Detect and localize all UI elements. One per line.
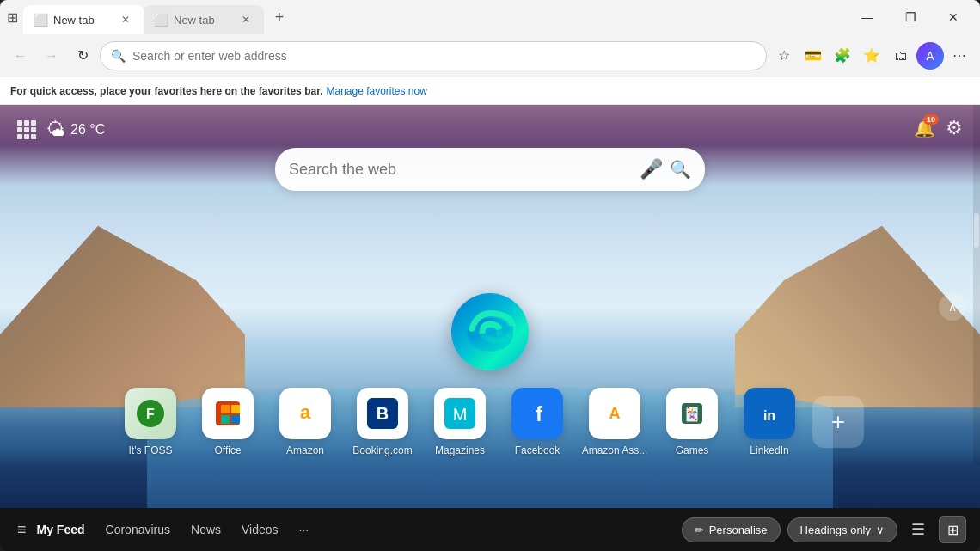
quicklink-amazon-icon: a (279, 388, 331, 439)
add-quicklink-button[interactable]: + (812, 396, 864, 448)
edge-logo-circle (451, 293, 529, 370)
hamburger-menu-button[interactable]: ≡ (14, 517, 30, 542)
close-button[interactable]: ✕ (934, 4, 973, 30)
quicklink-itsfoss-icon: F (125, 388, 176, 439)
tab-inactive[interactable]: ⬜ New tab ✕ (144, 5, 264, 34)
quicklink-magazines-icon: M (434, 388, 486, 439)
window-controls: — ❐ ✕ (848, 4, 973, 30)
search-input[interactable] (289, 161, 633, 179)
chevron-down-icon: ∨ (876, 523, 885, 536)
quicklink-amazonass-icon: A (589, 388, 640, 439)
tab2-close-button[interactable]: ✕ (238, 12, 254, 28)
favorites-button[interactable]: ⭐ (858, 42, 885, 70)
address-bar[interactable]: 🔍 (100, 41, 767, 70)
navigation-bar: ← → ↻ 🔍 ☆ 💳 🧩 ⭐ 🗂 A ⋯ (0, 34, 980, 77)
search-container: 🎤 🔍 (275, 148, 705, 191)
quicklink-magazines[interactable]: M Magazines (426, 388, 494, 456)
svg-text:f: f (536, 402, 543, 425)
my-feed-label: My Feed (37, 523, 85, 536)
svg-text:A: A (609, 405, 621, 422)
svg-text:F: F (146, 407, 155, 421)
quicklink-facebook-icon: f (511, 388, 563, 439)
svg-text:🃏: 🃏 (683, 406, 701, 422)
collections-button[interactable]: 🗂 (887, 42, 915, 70)
quicklink-linkedin[interactable]: in LinkedIn (735, 388, 804, 456)
more-nav-button[interactable]: ··· (292, 519, 316, 540)
personalise-label: Personalise (709, 523, 768, 536)
top-left-controls: 🌤 26 °C (17, 119, 105, 141)
quicklink-itsfoss-label: It's FOSS (129, 444, 173, 456)
maximize-button[interactable]: ❐ (891, 4, 930, 30)
svg-rect-7 (231, 415, 240, 424)
scroll-up-button[interactable]: ∧ (939, 293, 966, 321)
quick-links: F It's FOSS Office a Amazon (0, 388, 980, 456)
notifications-button[interactable]: 🔔 10 (914, 118, 935, 138)
weather-temperature: 26 °C (70, 122, 105, 138)
quicklink-booking[interactable]: B Booking.com (348, 388, 417, 456)
quicklink-amazon-label: Amazon (286, 444, 324, 456)
quicklink-office[interactable]: Office (193, 388, 262, 456)
list-view-button[interactable]: ☰ (904, 516, 932, 543)
settings-more-button[interactable]: ⋯ (946, 42, 973, 70)
quicklink-amazon[interactable]: a Amazon (271, 388, 340, 456)
address-input[interactable] (132, 49, 756, 63)
favorites-bar-message-bold: For quick access, place your favorites h… (10, 85, 322, 97)
weather-icon: 🌤 (46, 119, 65, 141)
page-settings-button[interactable]: ⚙ (946, 117, 963, 139)
personalise-edit-icon: ✏ (695, 523, 704, 536)
personalise-button[interactable]: ✏ Personalise (682, 517, 781, 542)
tab-label: New tab (53, 14, 95, 27)
minimize-button[interactable]: — (848, 4, 887, 30)
tab-favicon: ⬜ (34, 13, 48, 27)
new-tab-button[interactable]: + (267, 5, 291, 29)
apps-grid-icon[interactable] (17, 120, 36, 139)
refresh-button[interactable]: ↻ (69, 42, 96, 70)
tab-close-button[interactable]: ✕ (118, 12, 133, 28)
search-box: 🎤 🔍 (275, 148, 705, 191)
quicklink-amazonass[interactable]: A Amazon Ass... (580, 388, 649, 456)
svg-text:B: B (377, 404, 389, 423)
add-favorites-button[interactable]: ☆ (770, 42, 798, 70)
search-button[interactable]: 🔍 (670, 159, 691, 180)
sidebar-toggle-icon[interactable]: ⊞ (7, 9, 18, 26)
headings-label: Headings only (800, 523, 871, 536)
quicklink-amazonass-label: Amazon Ass... (582, 444, 648, 456)
bottom-bar: ≡ My Feed Coronavirus News Videos ··· ✏ … (0, 508, 980, 551)
quicklink-facebook[interactable]: f Facebook (503, 388, 572, 456)
quicklink-booking-label: Booking.com (352, 444, 412, 456)
browser-window: ⊞ ⬜ New tab ✕ ⬜ New tab ✕ + — ❐ ✕ ← → ↻ … (0, 0, 980, 551)
headings-dropdown-button[interactable]: Headings only ∨ (787, 517, 897, 542)
quicklink-office-icon (202, 388, 254, 439)
svg-text:M: M (453, 405, 468, 424)
tab2-favicon: ⬜ (154, 13, 168, 27)
title-bar: ⊞ ⬜ New tab ✕ ⬜ New tab ✕ + — ❐ ✕ (0, 0, 980, 34)
quicklink-games[interactable]: 🃏 Games (658, 388, 726, 456)
grid-view-button[interactable]: ⊞ (939, 516, 966, 543)
quicklink-games-icon: 🃏 (666, 388, 718, 439)
back-button[interactable]: ← (7, 42, 34, 70)
manage-favorites-link[interactable]: Manage favorites now (326, 85, 426, 97)
tab2-label: New tab (174, 14, 215, 27)
quicklink-itsfoss[interactable]: F It's FOSS (116, 388, 185, 456)
new-tab-page: 🌤 26 °C 🔔 10 ⚙ 🎤 🔍 (0, 105, 980, 508)
quicklink-games-label: Games (676, 444, 709, 456)
forward-button[interactable]: → (38, 42, 65, 70)
microphone-button[interactable]: 🎤 (640, 158, 663, 181)
quicklink-facebook-label: Facebook (515, 444, 560, 456)
favorites-bar: For quick access, place your favorites h… (0, 77, 980, 105)
scrollbar-thumb[interactable] (974, 213, 979, 248)
extensions-button[interactable]: 🧩 (829, 42, 856, 70)
quicklink-office-label: Office (214, 444, 241, 456)
svg-rect-5 (231, 405, 240, 413)
profile-button[interactable]: A (916, 42, 944, 70)
svg-text:a: a (300, 401, 311, 423)
wallet-button[interactable]: 💳 (799, 42, 827, 70)
videos-nav-item[interactable]: Videos (235, 519, 285, 540)
svg-text:in: in (763, 408, 775, 423)
weather-widget: 🌤 26 °C (46, 119, 105, 141)
edge-logo-svg (460, 302, 520, 362)
coronavirus-nav-item[interactable]: Coronavirus (99, 519, 177, 540)
news-nav-item[interactable]: News (184, 519, 228, 540)
tab-active[interactable]: ⬜ New tab ✕ (23, 5, 144, 34)
top-right-controls: 🔔 10 ⚙ (914, 117, 963, 139)
